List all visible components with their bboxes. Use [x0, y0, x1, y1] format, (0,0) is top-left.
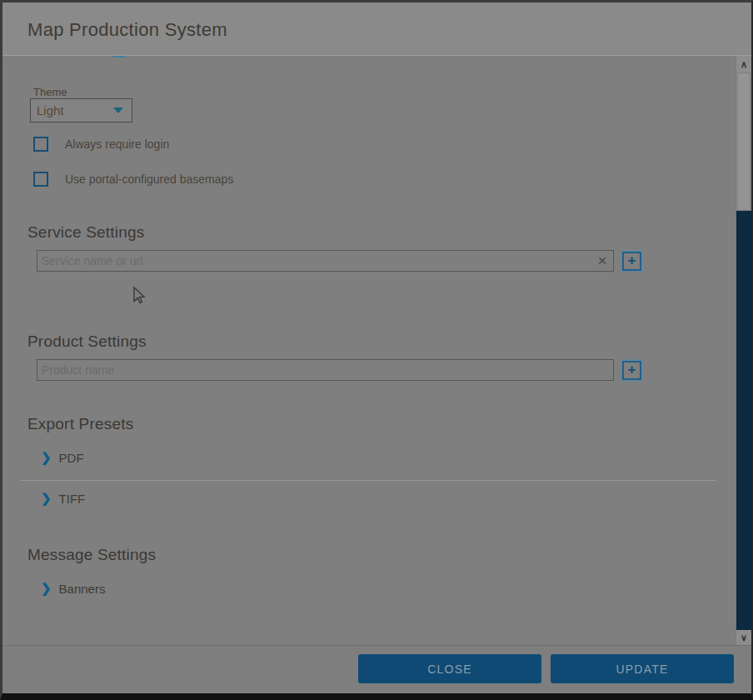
chevron-down-icon — [113, 108, 123, 113]
chevron-right-icon: ❯ — [41, 581, 52, 596]
always-require-login-checkbox[interactable] — [33, 137, 48, 152]
mouse-cursor-icon — [130, 285, 147, 308]
clear-icon[interactable]: × — [593, 252, 611, 270]
close-button[interactable]: CLOSE — [358, 654, 541, 683]
expander-label: Banners — [59, 582, 106, 596]
theme-select-value: Light — [31, 103, 113, 118]
add-service-button[interactable]: + — [622, 252, 641, 271]
product-name-input[interactable] — [37, 359, 614, 381]
scrollbar-thumb[interactable] — [737, 72, 751, 211]
theme-select[interactable]: Light — [30, 98, 132, 122]
checkbox-label: Always require login — [65, 138, 169, 151]
dialog-footer: CLOSE UPDATE — [2, 645, 751, 692]
product-input-row: + — [37, 359, 641, 381]
update-button[interactable]: UPDATE — [551, 654, 734, 683]
map-production-dialog: Map Production System Theme Light Always… — [0, 0, 753, 700]
theme-label: Theme — [33, 86, 67, 98]
add-product-button[interactable]: + — [622, 361, 641, 380]
service-name-input[interactable] — [37, 250, 614, 272]
always-require-login-row[interactable]: Always require login — [33, 137, 169, 152]
expander-label: TIFF — [59, 492, 86, 506]
chevron-right-icon: ❯ — [41, 450, 52, 465]
tiff-expander[interactable]: ❯ TIFF — [41, 491, 85, 506]
checkbox-label: Use portal-configured basemaps — [65, 172, 233, 186]
dialog-scroll-content: Theme Light Always require login Use por… — [2, 56, 751, 645]
expander-label: PDF — [59, 451, 84, 465]
portal-basemaps-row[interactable]: Use portal-configured basemaps — [33, 172, 233, 187]
scrollbar-track-dark[interactable] — [736, 211, 752, 630]
message-settings-title: Message Settings — [27, 546, 156, 564]
divider — [20, 480, 716, 481]
chevron-right-icon: ❯ — [41, 491, 52, 506]
pdf-expander[interactable]: ❯ PDF — [41, 450, 84, 465]
portal-basemaps-checkbox[interactable] — [33, 172, 48, 187]
service-input-row: × + — [37, 250, 641, 272]
scrolled-cutoff-element — [112, 56, 125, 58]
scroll-up-icon[interactable]: ∧ — [736, 57, 751, 72]
banners-expander[interactable]: ❯ Banners — [41, 581, 105, 596]
scroll-down-icon[interactable]: ∨ — [736, 630, 751, 645]
dialog-title: Map Production System — [2, 2, 751, 41]
dialog-header: Map Production System — [2, 2, 751, 56]
vertical-scrollbar[interactable]: ∧ ∨ — [736, 56, 751, 645]
service-settings-title: Service Settings — [27, 223, 145, 242]
product-settings-title: Product Settings — [27, 332, 147, 351]
export-presets-title: Export Presets — [27, 415, 133, 433]
